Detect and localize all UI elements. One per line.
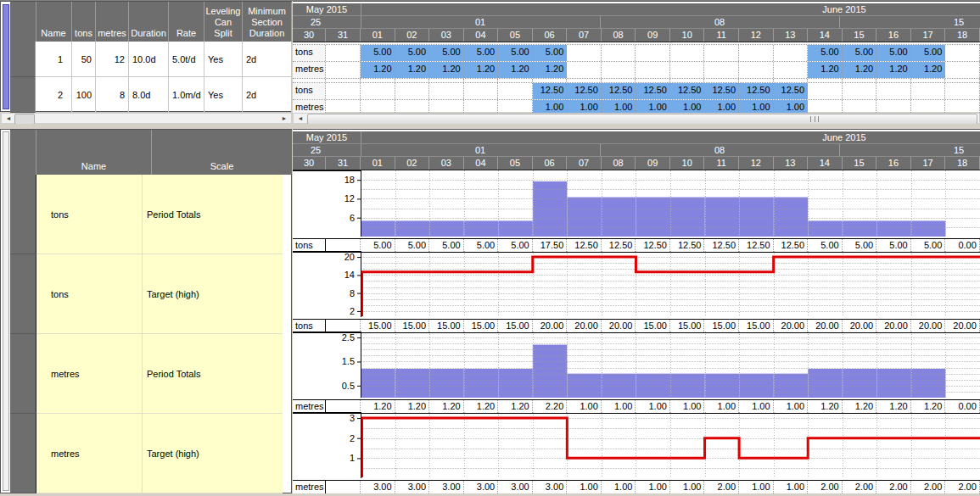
day-header-cell: 01 [361,29,395,42]
histogram-bar [670,198,705,237]
period-cell[interactable] [704,45,739,61]
histogram-bar [567,374,602,398]
resource-name-cell[interactable]: metres [36,414,143,493]
task-cell[interactable]: 2d [243,77,292,113]
period-cell[interactable]: 1.20 [808,62,843,78]
period-cell[interactable] [498,83,533,99]
period-cell[interactable]: 5.00 [533,45,568,61]
task-cell[interactable]: 12 [96,42,129,77]
period-cell[interactable]: 5.00 [464,45,499,61]
month-divider [361,131,361,143]
period-cell[interactable]: 12.50 [739,83,774,99]
period-cell[interactable]: 5.00 [843,45,877,61]
task-cell[interactable]: Yes [204,77,243,113]
histogram-row-header[interactable] [10,334,36,414]
task-cell[interactable]: 5.0t/d [169,42,204,77]
period-cell[interactable] [361,83,395,99]
period-cell[interactable] [739,62,774,78]
period-cell[interactable] [739,45,774,61]
task-cell[interactable]: 50 [72,42,96,77]
period-cell[interactable] [911,83,946,99]
period-cell[interactable]: 12.50 [704,83,739,99]
task-cell[interactable]: 8 [96,77,129,113]
period-cell[interactable]: 12.50 [670,83,705,99]
period-cell[interactable] [808,83,843,99]
name-header-label: Name [81,161,106,171]
histogram-row-header[interactable] [10,414,36,493]
month-divider [361,3,361,15]
task-cell[interactable]: 2d [243,42,292,77]
period-cell[interactable] [636,45,670,61]
period-cell[interactable]: 1.20 [843,62,877,78]
period-cell[interactable]: 12.50 [533,83,568,99]
period-cell[interactable] [395,83,430,99]
period-cell[interactable] [567,45,602,61]
period-cell[interactable]: 1.20 [911,62,946,78]
task-cell[interactable]: 1 [36,42,72,77]
task-cell[interactable]: 2 [36,77,72,113]
resource-name-cell[interactable]: metres [36,334,143,414]
period-cell[interactable] [567,62,602,78]
task-cell[interactable]: 100 [72,77,96,113]
period-cell[interactable]: 5.00 [498,45,533,61]
period-cell[interactable] [602,45,636,61]
period-cell[interactable]: 1.20 [464,62,499,78]
resource-name-cell[interactable]: tons [36,175,143,254]
task-cell[interactable]: 10.0d [129,42,169,77]
day-header-cell: 11 [704,157,739,170]
period-cell[interactable] [670,62,705,78]
period-cell[interactable] [945,45,980,61]
month-label-june: June 2015 [822,3,865,15]
scroll-right-button[interactable]: ► [279,114,289,122]
histogram-row-header[interactable] [10,254,36,334]
period-cell[interactable]: 1.20 [429,62,464,78]
period-cell[interactable] [464,83,499,99]
period-cell[interactable]: 1.20 [533,62,568,78]
grid-cell [361,79,395,82]
period-cell[interactable] [945,62,980,78]
period-cell[interactable] [670,45,705,61]
row-unit-label: tons [293,83,326,99]
period-cell[interactable]: 1.20 [876,62,911,78]
period-cell[interactable]: 5.00 [429,45,464,61]
scale-cell[interactable]: Period Totals [143,334,283,414]
task-cell[interactable]: 1.0m/d [169,77,204,113]
period-cell[interactable] [636,62,670,78]
period-cell[interactable]: 12.50 [774,83,809,99]
scroll-left-button[interactable]: ◄ [295,114,305,122]
period-cell[interactable] [843,83,877,99]
task-table-panel: NametonsmetresDurationRateLeveling Can S… [0,1,292,112]
period-cell[interactable]: 1.20 [361,62,395,78]
task-cell[interactable]: Yes [204,42,243,77]
task-row-header[interactable] [10,77,36,113]
period-cell[interactable] [774,62,809,78]
period-cell[interactable]: 1.20 [498,62,533,78]
period-cell[interactable]: 12.50 [636,83,670,99]
histogram-row-header[interactable] [10,175,36,254]
period-cell[interactable] [704,62,739,78]
period-cell[interactable] [774,45,809,61]
week-label: 01 [475,16,485,28]
period-cell[interactable] [876,83,911,99]
task-table-h-scrollbar[interactable]: ◄► [1,113,292,124]
period-cell[interactable]: 5.00 [808,45,843,61]
resource-name-cell[interactable]: tons [36,254,143,334]
period-cell[interactable] [945,83,980,99]
period-cell[interactable]: 12.50 [567,83,602,99]
scale-cell[interactable]: Period Totals [143,175,283,254]
histogram-bar [361,220,395,237]
period-cell[interactable]: 12.50 [602,83,636,99]
timeline-h-scrollbar[interactable]: ◄ [293,113,980,124]
scale-cell[interactable]: Target (high) [143,414,283,493]
period-cell[interactable]: 5.00 [395,45,430,61]
scroll-left-button[interactable]: ◄ [3,114,14,122]
period-cell[interactable] [429,83,464,99]
period-cell[interactable] [602,62,636,78]
task-row-header[interactable] [10,42,36,77]
period-cell[interactable]: 5.00 [361,45,395,61]
task-cell[interactable]: 8.0d [129,77,169,113]
period-cell[interactable]: 1.20 [395,62,430,78]
period-cell[interactable]: 5.00 [876,45,911,61]
period-cell[interactable]: 5.00 [911,45,946,61]
scale-cell[interactable]: Target (high) [143,254,283,334]
